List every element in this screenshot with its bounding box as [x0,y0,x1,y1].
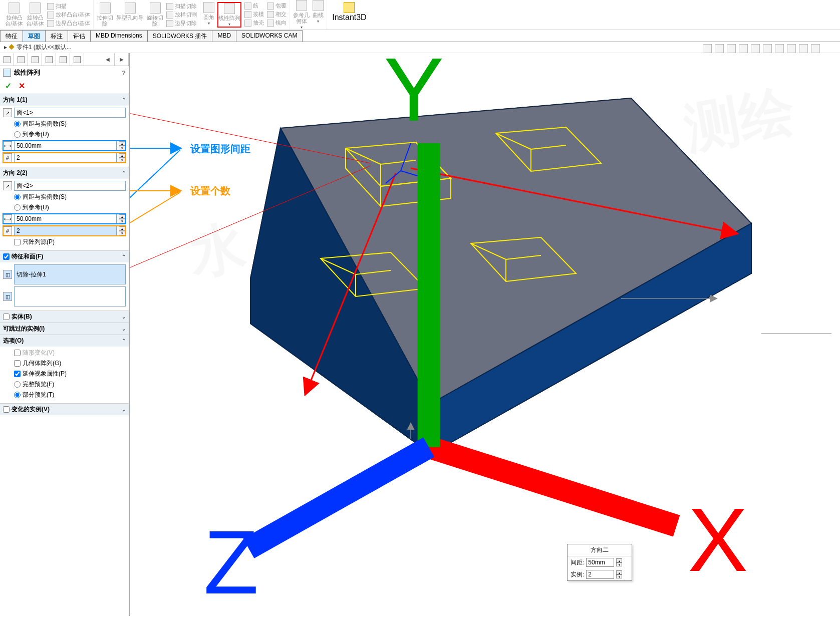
rb-hole-wizard[interactable]: 异型孔向导 [116,3,144,27]
ptab-display[interactable] [56,53,70,66]
vt-prev-view-icon[interactable] [727,44,736,53]
tab-mbd-dim[interactable]: MBD Dimensions [90,30,148,42]
panel-tabstrip: ◀ ▶ [0,53,129,66]
ptab-more[interactable] [70,53,84,66]
rb-fillet[interactable]: 圆角▾ [203,2,214,28]
rb-linear-pattern[interactable]: 线性阵列▾ [217,2,241,28]
dir1-spacing-spinner[interactable]: ▴▾ [119,141,126,150]
ok-button[interactable]: ✓ [5,81,12,91]
rb-instant3d[interactable]: Instant3D [327,0,371,30]
tab-features[interactable]: 特征 [0,30,23,42]
count2-icon: # [3,226,12,235]
ribbon: 拉伸凸 台/基体 旋转凸 台/基体 扫描 放样凸台/基体 边界凸台/基体 拉伸切… [0,0,840,30]
dir2-count-input[interactable] [14,226,117,236]
svg-text:X: X [688,489,748,590]
opt-propagate-visual[interactable]: 延伸视象属性(P) [3,370,126,378]
rb-shell[interactable]: 抽壳 [244,19,264,27]
opt-full-preview[interactable]: 完整预览(F) [3,380,126,389]
rb-draft[interactable]: 拔模 [244,11,264,18]
dir2-radio-ref[interactable]: 到参考(U) [3,203,126,212]
rb-sweep-cut[interactable]: 扫描切除 [166,3,197,10]
vt-apply-scene-icon[interactable] [799,44,808,53]
vt-view-orient-icon[interactable] [751,44,760,53]
config-icon [32,56,39,63]
face-list[interactable] [14,286,126,306]
svg-text:Y: Y [384,53,444,140]
dir1-spacing-input[interactable] [14,141,117,151]
opt-geom-pattern[interactable]: 几何体阵列(G) [3,359,126,368]
dir2-spacing-input[interactable] [14,214,117,224]
rb-wrap[interactable]: 包覆 [267,2,287,10]
dir2-only-source[interactable]: 只阵列源(P) [3,238,126,246]
dimxpert-icon [46,56,53,63]
opt-vary-shape[interactable]: 随形变化(V) [3,349,126,357]
display-icon [60,56,67,63]
view-toolbar [703,44,820,53]
ptab-property[interactable] [14,53,28,66]
vt-display-style-icon[interactable] [763,44,772,53]
tab-sketch[interactable]: 草图 [23,30,46,42]
rb-loft[interactable]: 放样凸台/基体 [47,11,90,19]
rb-boundary-cut[interactable]: 边界切除 [166,20,197,27]
ptab-config[interactable] [28,53,42,66]
section-skip[interactable]: 可跳过的实例(I)⌄ [0,323,129,335]
rb-sweep[interactable]: 扫描 [47,3,90,10]
dir2-face-input[interactable] [14,181,126,191]
dir1-count-spinner[interactable]: ▴▾ [119,153,126,162]
vt-hide-show-icon[interactable] [775,44,784,53]
dir2-count-spinner[interactable]: ▴▾ [119,226,126,235]
opt-partial-preview[interactable]: 部分预览(T) [3,391,126,399]
dir2-radio-spacing[interactable]: 间距与实例数(S) [3,193,126,201]
count-icon: # [3,153,12,162]
tab-sw-cam[interactable]: SOLIDWORKS CAM [236,30,303,42]
ptab-dimxpert[interactable] [42,53,56,66]
section-features[interactable]: 特征和面(F)⌃ [0,250,129,262]
part-icon: ◆ [9,44,16,51]
rb-curves[interactable]: 曲线▾ [313,0,324,30]
rb-extrude-cut[interactable]: 拉伸切 除 [97,3,113,27]
rb-loft-cut[interactable]: 放样切割 [166,11,197,19]
reverse-dir1-icon[interactable]: ↗ [3,108,12,117]
property-panel: ◀ ▶ 线性阵列 ? ✓ ✕ 方向 1(1)⌃ ↗ 间距与实例数(S) 到参考(… [0,53,130,616]
axis-triad[interactable]: X Y Z [130,53,840,616]
dir1-face-input[interactable] [14,108,126,118]
help-icon[interactable]: ? [122,69,126,77]
cancel-button[interactable]: ✕ [19,81,25,91]
reverse-dir2-icon[interactable]: ↗ [3,181,12,190]
rb-mirror[interactable]: 镜向 [267,19,287,27]
rb-revolve-boss[interactable]: 旋转凸 台/基体 [26,3,44,27]
section-dir1[interactable]: 方向 1(1)⌃ [0,94,129,106]
3d-viewport[interactable]: 测绘 水 [130,53,840,616]
vt-edit-appearance-icon[interactable] [787,44,796,53]
rb-revolve-cut[interactable]: 旋转切 除 [147,3,163,27]
dir1-radio-ref[interactable]: 到参考(U) [3,130,126,139]
tab-sw-addins[interactable]: SOLIDWORKS 插件 [147,30,213,42]
vt-zoom-fit-icon[interactable] [703,44,712,53]
ptab-feature-tree[interactable] [0,53,14,66]
rb-rib[interactable]: 筋 [244,2,264,10]
section-body[interactable]: 实体(B)⌄ [0,311,129,323]
section-options[interactable]: 选项(O)⌃ [0,335,129,347]
dir1-count-input[interactable] [14,153,117,163]
dir2-spacing-spinner[interactable]: ▴▾ [119,214,126,223]
tab-mbd[interactable]: MBD [212,30,236,42]
svg-line-16 [248,447,429,548]
rb-intersect[interactable]: 相交 [267,11,287,18]
svg-line-12 [429,447,677,526]
section-vary-instance[interactable]: 变化的实例(V)⌄ [0,403,129,415]
feature-list[interactable] [14,264,126,284]
rb-ref-geom[interactable]: 参考几 何体▾ [293,0,310,30]
ptab-left[interactable]: ◀ [101,53,115,66]
panel-title: 线性阵列 ? [0,66,129,79]
tab-annotate[interactable]: 标注 [45,30,68,42]
rb-boundary[interactable]: 边界凸台/基体 [47,20,90,27]
section-dir2[interactable]: 方向 2(2)⌃ [0,167,129,179]
spacing-icon: ⟷ [3,141,12,150]
vt-section-icon[interactable] [739,44,748,53]
vt-zoom-area-icon[interactable] [715,44,724,53]
ptab-right[interactable]: ▶ [115,53,129,66]
dir1-radio-spacing[interactable]: 间距与实例数(S) [3,120,126,128]
tab-evaluate[interactable]: 评估 [68,30,91,42]
vt-view-settings-icon[interactable] [811,44,820,53]
rb-extrude-boss[interactable]: 拉伸凸 台/基体 [5,3,23,27]
